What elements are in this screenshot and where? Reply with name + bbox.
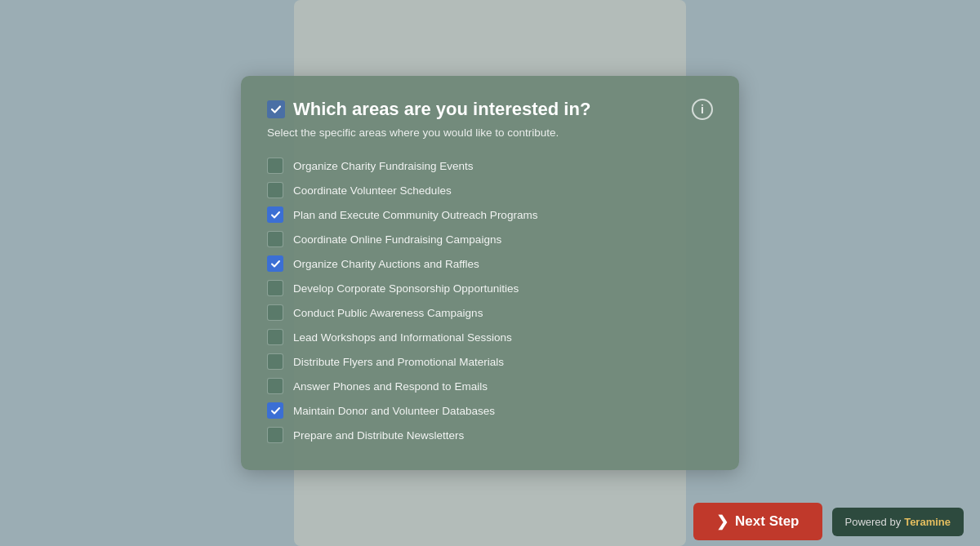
checkbox-item[interactable]: Prepare and Distribute Newsletters — [267, 423, 713, 447]
checkbox-label-0: Organize Charity Fundraising Events — [293, 160, 474, 172]
modal-title: Which areas are you interested in? — [293, 99, 590, 120]
checkbox-box-4[interactable] — [267, 255, 283, 272]
powered-by-badge: Powered by Teramine — [832, 508, 964, 536]
checkbox-label-4: Organize Charity Auctions and Raffles — [293, 258, 479, 270]
next-step-button[interactable]: ❯ Next Step — [693, 503, 822, 540]
powered-by-text: Powered by — [845, 516, 902, 528]
checkbox-label-2: Plan and Execute Community Outreach Prog… — [293, 209, 537, 221]
checkbox-box-8[interactable] — [267, 353, 283, 370]
checkbox-box-5[interactable] — [267, 280, 283, 296]
checkbox-item[interactable]: Plan and Execute Community Outreach Prog… — [267, 202, 713, 227]
checkbox-box-3[interactable] — [267, 231, 283, 247]
checkbox-label-11: Prepare and Distribute Newsletters — [293, 429, 464, 442]
checkbox-item[interactable]: Lead Workshops and Informational Session… — [267, 325, 713, 349]
checkbox-label-8: Distribute Flyers and Promotional Materi… — [293, 356, 504, 368]
checkbox-item[interactable]: Conduct Public Awareness Campaigns — [267, 300, 713, 325]
checkbox-item[interactable]: Coordinate Volunteer Schedules — [267, 178, 713, 202]
modal-overlay: Which areas are you interested in? i Sel… — [0, 0, 980, 546]
checkbox-item[interactable]: Develop Corporate Sponsorship Opportunit… — [267, 276, 713, 300]
modal-subtitle: Select the specific areas where you woul… — [267, 127, 713, 139]
checkbox-box-11[interactable] — [267, 427, 283, 443]
modal-title-row: Which areas are you interested in? — [267, 99, 590, 120]
checkbox-box-1[interactable] — [267, 182, 283, 198]
checkbox-item[interactable]: Distribute Flyers and Promotional Materi… — [267, 349, 713, 374]
checkbox-label-7: Lead Workshops and Informational Session… — [293, 331, 512, 344]
info-icon-label: i — [701, 103, 704, 116]
checkbox-item[interactable]: Organize Charity Fundraising Events — [267, 153, 713, 178]
checkbox-label-1: Coordinate Volunteer Schedules — [293, 184, 452, 197]
modal-title-icon — [267, 100, 285, 118]
checkbox-label-5: Develop Corporate Sponsorship Opportunit… — [293, 282, 519, 295]
next-step-label: Next Step — [735, 513, 799, 530]
info-icon[interactable]: i — [692, 99, 713, 120]
brand-name: Teramine — [904, 516, 951, 528]
checkbox-box-0[interactable] — [267, 158, 283, 174]
checkbox-item[interactable]: Answer Phones and Respond to Emails — [267, 374, 713, 398]
checkbox-box-10[interactable] — [267, 402, 283, 419]
checkbox-box-6[interactable] — [267, 304, 283, 321]
modal-dialog: Which areas are you interested in? i Sel… — [241, 76, 739, 470]
next-step-arrow: ❯ — [716, 513, 728, 530]
checkbox-box-7[interactable] — [267, 329, 283, 345]
checkbox-item[interactable]: Maintain Donor and Volunteer Databases — [267, 398, 713, 423]
checkbox-label-10: Maintain Donor and Volunteer Databases — [293, 405, 495, 417]
checkbox-box-2[interactable] — [267, 206, 283, 223]
checkbox-box-9[interactable] — [267, 378, 283, 394]
modal-header: Which areas are you interested in? i — [267, 99, 713, 120]
checkbox-list: Organize Charity Fundraising EventsCoord… — [267, 153, 713, 447]
checkbox-label-6: Conduct Public Awareness Campaigns — [293, 307, 483, 319]
bottom-bar: ❯ Next Step Powered by Teramine — [0, 497, 980, 546]
checkbox-item[interactable]: Coordinate Online Fundraising Campaigns — [267, 227, 713, 251]
checkbox-label-9: Answer Phones and Respond to Emails — [293, 380, 488, 393]
checkbox-item[interactable]: Organize Charity Auctions and Raffles — [267, 251, 713, 276]
checkbox-label-3: Coordinate Online Fundraising Campaigns — [293, 233, 501, 246]
